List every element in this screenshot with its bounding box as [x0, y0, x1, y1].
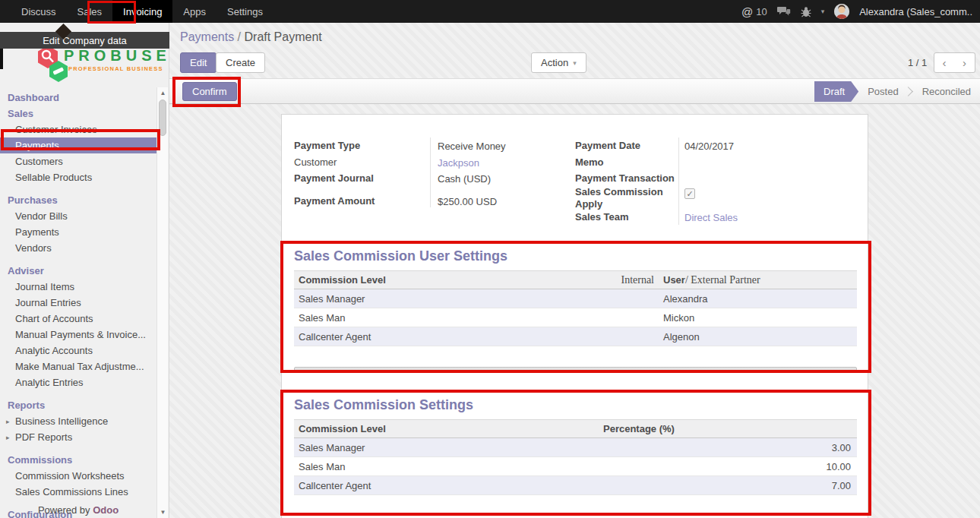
- table-row[interactable]: Callcenter Agent Algenon: [294, 327, 857, 346]
- breadcrumb-payments[interactable]: Payments: [180, 30, 234, 43]
- sidebar-header-dashboard[interactable]: Dashboard: [0, 90, 156, 106]
- sidebar: Edit Company data PROBUSE PROFESSIONAL B…: [0, 23, 169, 518]
- scroll-down-icon[interactable]: ▼: [157, 509, 169, 516]
- sidebar-item-commission-worksheets[interactable]: Commission Worksheets: [0, 468, 156, 484]
- user-menu[interactable]: Alexandra (Sales_comm..: [859, 6, 972, 17]
- sidebar-item-customer-invoices[interactable]: Customer Invoices: [0, 122, 156, 137]
- confirm-button[interactable]: Confirm: [182, 82, 237, 101]
- sidebar-item-payments[interactable]: Payments: [0, 137, 160, 153]
- cell-user: Alexandra: [659, 293, 855, 305]
- value-payment-type: Receive Money: [438, 141, 506, 152]
- sidebar-item-label: Business Intelligence: [15, 415, 108, 427]
- sidebar-item-journal-entries[interactable]: Journal Entries: [0, 295, 156, 311]
- table-row[interactable]: Sales Man Mickon: [294, 308, 857, 327]
- sidebar-menu: Dashboard Sales Customer Invoices Paymen…: [0, 90, 156, 518]
- create-button[interactable]: Create: [216, 52, 265, 73]
- sidebar-header-reports[interactable]: Reports: [0, 397, 156, 413]
- state-reconciled[interactable]: Reconciled: [913, 81, 980, 102]
- sidebar-item-journal-items[interactable]: Journal Items: [0, 279, 156, 295]
- user-settings-title: Sales Commission User Settings: [294, 248, 507, 264]
- table-row[interactable]: Sales Manager 3.00: [294, 438, 857, 457]
- label-payment-type: Payment Type: [294, 140, 360, 151]
- form-divider-left: [430, 137, 431, 207]
- nav-item-settings[interactable]: Settings: [217, 0, 273, 23]
- sidebar-item-analytic-entries[interactable]: Analytic Entries: [0, 374, 156, 390]
- header-user-label: User: [663, 274, 685, 286]
- scroll-up-icon[interactable]: ▲: [157, 90, 169, 96]
- sidebar-item-manual-payments[interactable]: Manual Payments & Invoice...: [0, 327, 156, 343]
- sidebar-item-vendor-payments[interactable]: Payments: [0, 224, 156, 240]
- sidebar-item-pdf-reports[interactable]: ▸ PDF Reports: [0, 429, 156, 445]
- mentions-counter[interactable]: @ 10: [741, 5, 767, 18]
- expand-icon[interactable]: ▸: [6, 416, 10, 428]
- sales-commission-apply-checkbox[interactable]: ✓: [684, 188, 695, 199]
- expand-icon[interactable]: ▸: [6, 432, 10, 444]
- sidebar-item-customers[interactable]: Customers: [0, 153, 156, 169]
- action-dropdown[interactable]: Action ▾: [531, 52, 586, 73]
- cell-user: Algenon: [659, 331, 855, 343]
- edit-button[interactable]: Edit: [180, 52, 217, 73]
- header-commission-level[interactable]: Commission Level: [294, 423, 599, 434]
- state-draft[interactable]: Draft: [814, 81, 858, 102]
- action-label: Action: [541, 57, 568, 68]
- state-posted[interactable]: Posted: [858, 81, 907, 102]
- chevron-down-icon: ▾: [573, 59, 577, 67]
- cell-level: Sales Man: [294, 461, 599, 472]
- sidebar-item-sales-commissions-lines[interactable]: Sales Commissions Lines: [0, 484, 156, 500]
- cell-level: Sales Manager: [294, 293, 659, 305]
- nav-item-apps[interactable]: Apps: [172, 0, 217, 23]
- label-memo: Memo: [575, 156, 604, 168]
- value-payment-date: 04/20/2017: [684, 141, 734, 152]
- scrollbar-thumb[interactable]: [159, 99, 166, 136]
- powered-by: Powered by Odoo: [0, 504, 156, 516]
- value-customer-link[interactable]: Jackpson: [438, 157, 479, 169]
- powered-by-text: Powered by: [38, 504, 90, 516]
- sidebar-header-adviser[interactable]: Adviser: [0, 263, 156, 279]
- label-payment-amount: Payment Amount: [294, 195, 375, 207]
- header-internal-fragment: Internal: [621, 274, 654, 286]
- pager-next-button[interactable]: ›: [954, 52, 975, 73]
- horizontal-scrollbar[interactable]: [294, 367, 857, 373]
- header-percentage[interactable]: Percentage (%): [599, 423, 855, 434]
- sidebar-item-tax-adjustments[interactable]: Make Manual Tax Adjustme...: [0, 358, 156, 374]
- sidebar-item-chart-of-accounts[interactable]: Chart of Accounts: [0, 311, 156, 327]
- table-row[interactable]: Sales Man 10.00: [294, 457, 857, 476]
- user-settings-header-row: Commission Level Internal User / Externa…: [294, 270, 857, 289]
- sidebar-item-vendors[interactable]: Vendors: [0, 240, 156, 256]
- at-icon: @: [741, 5, 753, 18]
- value-sales-team-link[interactable]: Direct Sales: [684, 212, 738, 223]
- value-payment-journal: Cash (USD): [438, 173, 491, 185]
- label-payment-date: Payment Date: [575, 140, 640, 151]
- label-sales-commission-apply: Sales Commission Apply: [575, 186, 675, 210]
- edit-company-tooltip[interactable]: Edit Company data: [0, 32, 169, 49]
- commission-settings-table: Commission Level Percentage (%) Sales Ma…: [294, 419, 857, 495]
- nav-item-sales[interactable]: Sales: [67, 0, 113, 23]
- sidebar-header-commissions[interactable]: Commissions: [0, 452, 156, 468]
- sidebar-item-analytic-accounts[interactable]: Analytic Accounts: [0, 343, 156, 358]
- header-commission-level[interactable]: Commission Level Internal: [294, 274, 659, 286]
- mention-count: 10: [756, 6, 767, 17]
- nav-item-invoicing[interactable]: Invoicing: [112, 0, 172, 23]
- logo-title: PROBUSE: [64, 47, 169, 64]
- commission-settings-header-row: Commission Level Percentage (%): [294, 419, 857, 438]
- sidebar-header-purchases[interactable]: Purchases: [0, 192, 156, 208]
- sidebar-item-business-intelligence[interactable]: ▸ Business Intelligence: [0, 413, 156, 429]
- pager-previous-button[interactable]: ‹: [934, 52, 955, 73]
- sidebar-item-sellable-products[interactable]: Sellable Products: [0, 169, 156, 185]
- bug-icon[interactable]: [801, 6, 811, 17]
- header-user-external-partner[interactable]: User / External Partner: [659, 274, 855, 286]
- label-sales-team: Sales Team: [575, 211, 629, 223]
- breadcrumb-separator: /: [238, 30, 241, 43]
- sidebar-item-vendor-bills[interactable]: Vendor Bills: [0, 208, 156, 224]
- table-row[interactable]: Callcenter Agent 7.00: [294, 476, 857, 495]
- chat-icon[interactable]: [777, 6, 791, 17]
- nav-item-discuss[interactable]: Discuss: [11, 0, 67, 23]
- user-settings-table: Commission Level Internal User / Externa…: [294, 270, 857, 346]
- sidebar-scrollbar[interactable]: ▲ ▼: [156, 87, 168, 518]
- user-avatar[interactable]: [834, 4, 849, 19]
- odoo-brand[interactable]: Odoo: [93, 504, 119, 516]
- app-window: Discuss Sales Invoicing Apps Settings @ …: [0, 0, 980, 518]
- debug-caret-icon[interactable]: ▾: [821, 8, 825, 15]
- sidebar-header-sales[interactable]: Sales: [0, 106, 156, 122]
- table-row[interactable]: Sales Manager Alexandra: [294, 289, 857, 308]
